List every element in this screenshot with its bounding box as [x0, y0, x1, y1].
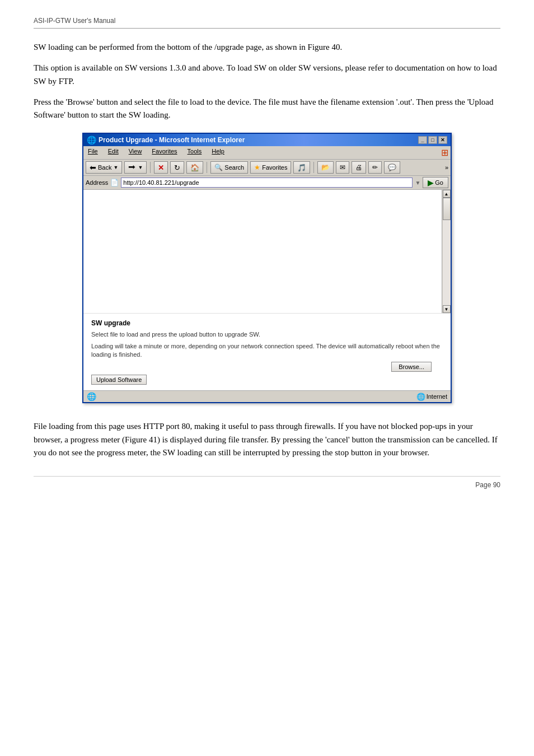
- toolbar-separator3: [313, 162, 314, 173]
- back-icon: ⬅: [90, 163, 96, 172]
- search-label: Search: [224, 164, 244, 171]
- forward-button[interactable]: ⮕ ▼: [124, 161, 147, 174]
- back-button[interactable]: ⬅ Back ▼: [86, 161, 122, 174]
- edit-page-icon: ✏: [372, 164, 378, 171]
- home-button[interactable]: 🏠: [186, 161, 203, 174]
- scrollbar-track: [443, 198, 451, 305]
- manual-title: ASI-IP-GTW User's Manual: [34, 17, 115, 25]
- browse-button[interactable]: Browse...: [391, 362, 432, 372]
- browser-addressbar: Address 📄 ▼ ▶ Go: [83, 176, 451, 190]
- address-label: Address: [86, 179, 108, 186]
- menu-help[interactable]: Help: [209, 147, 227, 158]
- go-arrow-icon: ▶: [428, 179, 433, 187]
- discuss-button[interactable]: 💬: [384, 161, 400, 174]
- browser-title: Product Upgrade - Microsoft Internet Exp…: [99, 136, 245, 144]
- search-button[interactable]: 🔍 Search: [210, 161, 248, 174]
- browse-row: Browse...: [91, 362, 443, 372]
- refresh-icon: ↻: [174, 164, 180, 172]
- refresh-button[interactable]: ↻: [170, 161, 184, 174]
- internet-label: Internet: [427, 393, 447, 400]
- go-label: Go: [435, 179, 443, 186]
- address-dropdown-icon[interactable]: ▼: [415, 180, 420, 186]
- toolbar-separator2: [207, 162, 207, 173]
- status-globe-icon: 🌐: [416, 393, 424, 400]
- browser-statusbar: 🌐 🌐 Internet: [83, 390, 451, 402]
- browser-inner-content: [83, 190, 442, 313]
- mail-icon: ✉: [340, 164, 345, 171]
- sw-upgrade-title: SW upgrade: [91, 319, 443, 327]
- menu-file[interactable]: File: [86, 147, 100, 158]
- upload-row: Upload Software: [91, 375, 443, 385]
- body-para1: SW loading can be performed from the bot…: [34, 41, 500, 54]
- page-number: Page 90: [475, 481, 500, 489]
- sw-upgrade-section: SW upgrade Select file to load and press…: [83, 313, 451, 390]
- browser-menubar: File Edit View Favorites Tools Help ⊞: [83, 146, 451, 160]
- edit-page-button[interactable]: ✏: [368, 161, 382, 174]
- media-button[interactable]: 🎵: [293, 161, 310, 174]
- scrollbar-thumb[interactable]: [443, 198, 451, 220]
- scrollbar-up-btn[interactable]: ▲: [443, 190, 451, 198]
- print-button[interactable]: 🖨: [352, 161, 366, 174]
- browser-toolbar: ⬅ Back ▼ ⮕ ▼ ✕ ↻ 🏠 🔍 Search ★ Favorites …: [83, 160, 451, 176]
- browser-content-area: ▲ ▼: [83, 190, 451, 313]
- search-icon: 🔍: [214, 164, 223, 171]
- go-button[interactable]: ▶ Go: [423, 177, 448, 188]
- body-para2: This option is available on SW versions …: [34, 62, 500, 88]
- sw-upgrade-desc1: Select file to load and press the upload…: [91, 330, 443, 339]
- body-para3: Press the 'Browse' button and select the…: [34, 96, 500, 122]
- page-footer: Page 90: [34, 476, 500, 489]
- menu-edit[interactable]: Edit: [106, 147, 121, 158]
- upload-software-button[interactable]: Upload Software: [91, 375, 147, 385]
- toolbar-more: »: [445, 164, 448, 171]
- restore-btn[interactable]: □: [428, 136, 437, 144]
- browser-titlebar: 🌐 Product Upgrade - Microsoft Internet E…: [83, 134, 451, 146]
- back-arrow-icon: ▼: [113, 165, 118, 170]
- print-icon: 🖨: [355, 164, 362, 171]
- sw-upgrade-desc2: Loading will take a minute or more, depe…: [91, 342, 443, 360]
- ie-icon: 🌐: [87, 136, 96, 144]
- titlebar-left: 🌐 Product Upgrade - Microsoft Internet E…: [87, 136, 245, 144]
- scrollbar-down-btn[interactable]: ▼: [443, 305, 451, 313]
- statusbar-left: 🌐: [87, 392, 96, 401]
- home-icon: 🏠: [190, 164, 199, 172]
- body-para4: File loading from this page uses HTTP po…: [34, 420, 500, 459]
- menu-favorites[interactable]: Favorites: [149, 147, 179, 158]
- back-label: Back: [98, 164, 111, 171]
- windows-logo-icon: ⊞: [441, 147, 448, 158]
- minimize-btn[interactable]: _: [418, 136, 427, 144]
- mail-button[interactable]: ✉: [336, 161, 349, 174]
- discuss-icon: 💬: [388, 164, 396, 171]
- history-button[interactable]: 📂: [317, 161, 334, 174]
- favorites-star-icon: ★: [254, 164, 260, 171]
- history-icon: 📂: [321, 164, 330, 171]
- stop-button[interactable]: ✕: [154, 161, 168, 174]
- stop-icon: ✕: [158, 164, 164, 172]
- titlebar-controls[interactable]: _ □ ✕: [418, 136, 447, 144]
- favorites-button[interactable]: ★ Favorites: [250, 161, 291, 174]
- menu-view[interactable]: View: [127, 147, 144, 158]
- address-input[interactable]: [121, 178, 413, 188]
- statusbar-right: 🌐 Internet: [416, 393, 447, 400]
- browser-scrollbar[interactable]: ▲ ▼: [442, 190, 451, 313]
- close-btn[interactable]: ✕: [438, 136, 447, 144]
- statusbar-ie-icon: 🌐: [87, 392, 96, 401]
- fwd-arrow-icon: ▼: [138, 165, 143, 170]
- browser-window: 🌐 Product Upgrade - Microsoft Internet E…: [82, 133, 452, 403]
- media-icon: 🎵: [297, 164, 306, 172]
- forward-icon: ⮕: [128, 163, 136, 172]
- page-header: ASI-IP-GTW User's Manual: [34, 17, 500, 29]
- toolbar-separator: [150, 162, 151, 173]
- favorites-label: Favorites: [262, 164, 287, 171]
- menu-tools[interactable]: Tools: [185, 147, 204, 158]
- page-icon: 📄: [110, 179, 119, 186]
